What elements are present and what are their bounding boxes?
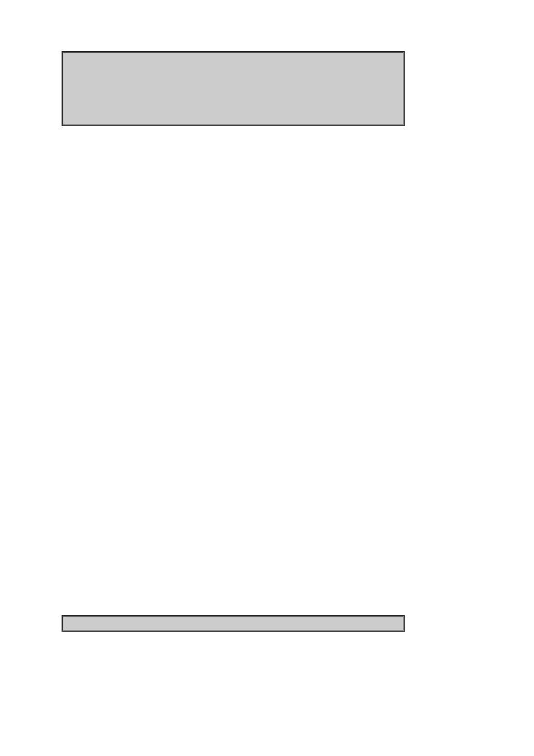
panel-top [62,51,405,126]
panel-bottom [62,615,405,632]
